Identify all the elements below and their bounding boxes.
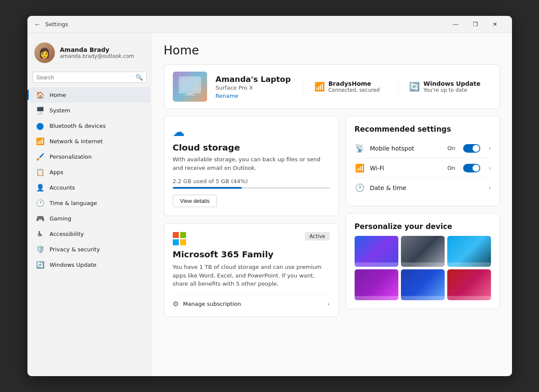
- ms-card-header: Active: [173, 232, 330, 246]
- wallpaper-option-4[interactable]: [355, 269, 398, 300]
- user-profile[interactable]: 👩 Amanda Brady amanda.brady@outlook.com: [27, 37, 152, 70]
- sidebar-item-system[interactable]: 🖥️ System: [29, 103, 150, 118]
- cloud-storage-title: Cloud storage: [173, 142, 330, 153]
- storage-percent: (44%): [231, 178, 248, 184]
- sidebar-item-privacy-label: Privacy & security: [50, 246, 100, 253]
- sidebar-item-accounts[interactable]: 👤 Accounts: [29, 180, 150, 195]
- sidebar-item-update[interactable]: 🔄 Windows Update: [29, 257, 150, 272]
- sidebar-item-time[interactable]: 🕐 Time & language: [29, 195, 150, 211]
- hotspot-label: Mobile hotspot: [370, 145, 443, 152]
- personalize-title: Personalize your device: [355, 222, 491, 231]
- ms365-description: You have 1 TB of cloud storage and can u…: [173, 263, 330, 288]
- two-column-layout: ☁️ Cloud storage With available storage,…: [164, 116, 500, 317]
- svg-rect-3: [184, 95, 196, 96]
- ms-logo-blue: [173, 239, 179, 245]
- sidebar: 👩 Amanda Brady amanda.brady@outlook.com …: [27, 33, 152, 376]
- hotspot-chevron-icon: ›: [489, 145, 491, 151]
- active-badge: Active: [305, 232, 329, 241]
- sidebar-item-home[interactable]: 🏠 Home: [29, 87, 150, 103]
- ms-logo-red: [173, 232, 179, 238]
- settings-window: ← Settings — ❐ ✕ 👩 Amanda Brady amanda.b…: [27, 16, 512, 376]
- search-icon: 🔍: [136, 74, 143, 81]
- content-area: 👩 Amanda Brady amanda.brady@outlook.com …: [27, 33, 512, 376]
- total-storage: 5 GB: [216, 178, 229, 184]
- sidebar-item-bluetooth[interactable]: ⬤ Bluetooth & devices: [29, 118, 150, 133]
- sidebar-item-personalization[interactable]: 🖌️ Personalization: [29, 149, 150, 164]
- device-name: Amanda's Laptop: [216, 75, 295, 84]
- manage-subscription-row[interactable]: ⚙️ Manage subscription ›: [173, 294, 330, 308]
- ms-logo-yellow: [180, 239, 186, 245]
- sidebar-item-system-label: System: [50, 107, 70, 114]
- maximize-button[interactable]: ❐: [466, 18, 485, 31]
- sidebar-item-accessibility[interactable]: ♿ Accessibility: [29, 226, 150, 241]
- device-model: Surface Pro X: [216, 84, 295, 91]
- wifi-setting-row[interactable]: 📶 Wi-Fi On ›: [355, 158, 491, 178]
- wallpaper-option-5[interactable]: [401, 269, 445, 300]
- network-icon: 📶: [36, 137, 45, 145]
- device-card: Amanda's Laptop Surface Pro X Rename 📶 B…: [164, 64, 500, 109]
- bluetooth-icon: ⬤: [36, 121, 45, 130]
- datetime-chevron-icon: ›: [489, 185, 491, 191]
- system-icon: 🖥️: [36, 106, 45, 115]
- device-rename-link[interactable]: Rename: [216, 93, 295, 99]
- taskbar-strip: [355, 296, 398, 300]
- recommended-settings-card: Recommended settings 📡 Mobile hotspot On…: [346, 116, 500, 206]
- hotspot-icon: 📡: [355, 144, 365, 153]
- datetime-label: Date & time: [370, 184, 480, 191]
- wallpaper-option-3[interactable]: [447, 236, 491, 267]
- titlebar-title: Settings: [45, 21, 68, 27]
- svg-rect-2: [187, 93, 193, 95]
- user-info: Amanda Brady amanda.brady@outlook.com: [60, 46, 134, 59]
- wallpaper-option-6[interactable]: [447, 269, 491, 300]
- ms365-title: Microsoft 365 Family: [173, 249, 330, 259]
- wallpaper-option-1[interactable]: [355, 236, 398, 267]
- sidebar-item-personalization-label: Personalization: [50, 154, 92, 160]
- sidebar-item-gaming[interactable]: 🎮 Gaming: [29, 211, 150, 226]
- cloud-storage-description: With available storage, you can back up …: [173, 155, 330, 172]
- hotspot-toggle[interactable]: [463, 144, 480, 153]
- gaming-icon: 🎮: [36, 214, 45, 223]
- sidebar-item-accounts-label: Accounts: [50, 184, 75, 191]
- sidebar-item-gaming-label: Gaming: [50, 215, 72, 222]
- sidebar-item-network[interactable]: 📶 Network & internet: [29, 133, 150, 149]
- sidebar-item-apps[interactable]: 📋 Apps: [29, 164, 150, 180]
- update-status-text: You're up to date: [423, 87, 480, 93]
- right-column: Recommended settings 📡 Mobile hotspot On…: [346, 116, 500, 317]
- page-title: Home: [164, 43, 500, 57]
- wifi-status: On: [447, 165, 455, 171]
- sidebar-item-apps-label: Apps: [50, 169, 63, 175]
- wifi-toggle[interactable]: [463, 164, 480, 172]
- view-details-button[interactable]: View details: [173, 195, 217, 207]
- minimize-button[interactable]: —: [446, 18, 466, 31]
- accessibility-icon: ♿: [36, 229, 45, 238]
- sidebar-item-network-label: Network & internet: [50, 138, 103, 145]
- search-box[interactable]: 🔍: [33, 72, 147, 83]
- avatar: 👩: [34, 42, 55, 63]
- search-input[interactable]: [36, 74, 133, 81]
- update-info: Windows Update You're up to date: [423, 80, 480, 93]
- network-status: Connected, secured: [328, 87, 380, 93]
- toggle-knob: [473, 145, 479, 152]
- close-button[interactable]: ✕: [485, 18, 505, 31]
- hotspot-setting-row[interactable]: 📡 Mobile hotspot On ›: [355, 139, 491, 158]
- wifi-label: Wi-Fi: [370, 165, 443, 172]
- sidebar-item-bluetooth-label: Bluetooth & devices: [50, 123, 106, 129]
- network-info: BradysHome Connected, secured: [328, 80, 380, 93]
- sidebar-item-privacy[interactable]: 🛡️ Privacy & security: [29, 241, 150, 257]
- cloud-icon: ☁️: [173, 125, 330, 139]
- titlebar: ← Settings — ❐ ✕: [27, 16, 512, 33]
- manage-subscription-label: Manage subscription: [183, 301, 323, 307]
- taskbar-strip: [401, 296, 445, 300]
- sidebar-item-accessibility-label: Accessibility: [50, 231, 84, 237]
- network-status-section: 📶 BradysHome Connected, secured: [304, 80, 390, 93]
- home-icon: 🏠: [36, 90, 45, 99]
- ms-logo-green: [180, 232, 186, 238]
- apps-icon: 📋: [36, 168, 45, 176]
- left-column: ☁️ Cloud storage With available storage,…: [164, 116, 339, 317]
- wifi-setting-icon: 📶: [355, 163, 365, 172]
- taskbar-strip: [401, 262, 445, 267]
- sidebar-item-update-label: Windows Update: [50, 262, 96, 268]
- back-button[interactable]: ←: [34, 21, 41, 28]
- datetime-setting-row[interactable]: 🕐 Date & time ›: [355, 178, 491, 197]
- wallpaper-option-2[interactable]: [401, 236, 445, 267]
